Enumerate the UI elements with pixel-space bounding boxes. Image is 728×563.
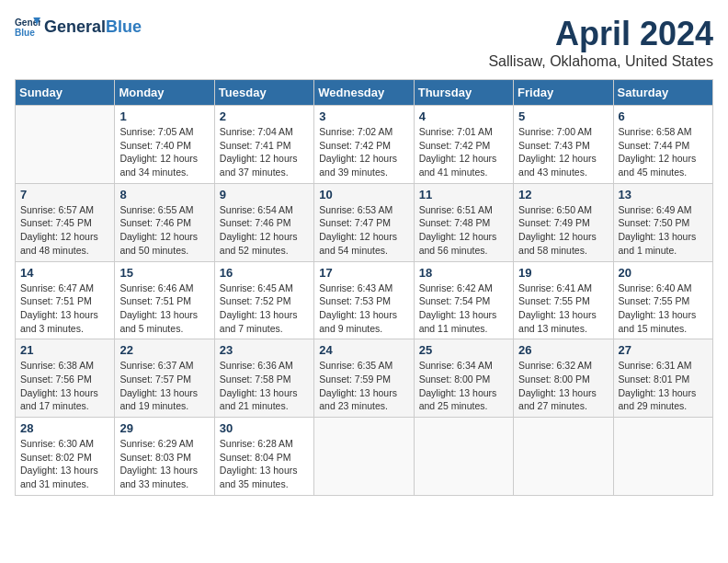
calendar-cell: 2Sunrise: 7:04 AMSunset: 7:41 PMDaylight…: [214, 106, 313, 184]
calendar-cell: 13Sunrise: 6:49 AMSunset: 7:50 PMDayligh…: [613, 183, 712, 261]
day-info: Sunrise: 6:35 AMSunset: 7:59 PMDaylight:…: [319, 359, 408, 413]
calendar-cell: 29Sunrise: 6:29 AMSunset: 8:03 PMDayligh…: [115, 418, 214, 496]
calendar-cell: [613, 418, 712, 496]
page-title: April 2024: [488, 15, 713, 53]
day-number: 13: [619, 188, 708, 201]
calendar-cell: 17Sunrise: 6:43 AMSunset: 7:53 PMDayligh…: [314, 261, 414, 339]
day-number: 22: [119, 343, 209, 357]
day-info: Sunrise: 7:04 AMSunset: 7:41 PMDaylight:…: [220, 125, 309, 179]
day-number: 10: [319, 188, 408, 201]
day-info: Sunrise: 6:49 AMSunset: 7:50 PMDaylight:…: [619, 203, 708, 258]
day-info: Sunrise: 6:45 AMSunset: 7:52 PMDaylight:…: [220, 282, 309, 336]
calendar-cell: [414, 418, 513, 496]
calendar-cell: 27Sunrise: 6:31 AMSunset: 8:01 PMDayligh…: [613, 339, 712, 418]
day-info: Sunrise: 6:42 AMSunset: 7:54 PMDaylight:…: [419, 282, 508, 336]
svg-text:Blue: Blue: [15, 28, 35, 38]
day-info: Sunrise: 7:00 AMSunset: 7:43 PMDaylight:…: [518, 125, 608, 179]
calendar-week-row: 21Sunrise: 6:38 AMSunset: 7:56 PMDayligh…: [16, 339, 713, 418]
day-number: 16: [220, 266, 309, 280]
title-block: April 2024 Sallisaw, Oklahoma, United St…: [488, 15, 713, 70]
calendar-cell: [314, 418, 414, 496]
day-number: 18: [419, 266, 508, 280]
calendar-cell: [16, 106, 115, 184]
day-number: 20: [619, 266, 708, 280]
day-info: Sunrise: 6:47 AMSunset: 7:51 PMDaylight:…: [20, 282, 109, 336]
calendar-cell: 14Sunrise: 6:47 AMSunset: 7:51 PMDayligh…: [16, 261, 115, 339]
calendar-cell: 4Sunrise: 7:01 AMSunset: 7:42 PMDaylight…: [414, 106, 513, 184]
day-info: Sunrise: 6:29 AMSunset: 8:03 PMDaylight:…: [119, 437, 209, 491]
day-info: Sunrise: 6:41 AMSunset: 7:55 PMDaylight:…: [518, 282, 608, 336]
day-number: 30: [220, 421, 309, 435]
day-info: Sunrise: 6:36 AMSunset: 7:58 PMDaylight:…: [220, 359, 309, 413]
day-info: Sunrise: 6:53 AMSunset: 7:47 PMDaylight:…: [319, 203, 408, 258]
calendar-cell: 21Sunrise: 6:38 AMSunset: 7:56 PMDayligh…: [16, 339, 115, 418]
day-number: 23: [220, 343, 309, 357]
day-number: 21: [20, 343, 109, 357]
calendar-cell: 20Sunrise: 6:40 AMSunset: 7:55 PMDayligh…: [613, 261, 712, 339]
day-info: Sunrise: 6:38 AMSunset: 7:56 PMDaylight:…: [20, 359, 109, 413]
day-info: Sunrise: 7:05 AMSunset: 7:40 PMDaylight:…: [119, 125, 209, 179]
day-info: Sunrise: 6:40 AMSunset: 7:55 PMDaylight:…: [619, 282, 708, 336]
day-number: 1: [119, 109, 209, 123]
calendar-header-friday: Friday: [514, 80, 613, 106]
calendar-week-row: 28Sunrise: 6:30 AMSunset: 8:02 PMDayligh…: [16, 418, 713, 496]
page-header: General Blue GeneralBlue April 2024 Sall…: [15, 15, 713, 70]
logo-text: GeneralBlue: [44, 18, 142, 37]
calendar-cell: 28Sunrise: 6:30 AMSunset: 8:02 PMDayligh…: [16, 418, 115, 496]
day-info: Sunrise: 6:54 AMSunset: 7:46 PMDaylight:…: [220, 203, 309, 258]
day-info: Sunrise: 6:55 AMSunset: 7:46 PMDaylight:…: [119, 203, 209, 258]
day-number: 19: [518, 266, 608, 280]
day-number: 28: [20, 421, 109, 435]
day-info: Sunrise: 6:58 AMSunset: 7:44 PMDaylight:…: [619, 125, 708, 179]
logo-icon: General Blue: [15, 15, 40, 40]
calendar-table: SundayMondayTuesdayWednesdayThursdayFrid…: [15, 79, 713, 496]
calendar-header-monday: Monday: [115, 80, 214, 106]
day-info: Sunrise: 6:28 AMSunset: 8:04 PMDaylight:…: [220, 437, 309, 491]
day-number: 4: [419, 109, 508, 123]
logo: General Blue GeneralBlue: [15, 15, 142, 40]
calendar-cell: 1Sunrise: 7:05 AMSunset: 7:40 PMDaylight…: [115, 106, 214, 184]
calendar-cell: 3Sunrise: 7:02 AMSunset: 7:42 PMDaylight…: [314, 106, 414, 184]
calendar-header-wednesday: Wednesday: [314, 80, 414, 106]
calendar-cell: 23Sunrise: 6:36 AMSunset: 7:58 PMDayligh…: [214, 339, 313, 418]
day-info: Sunrise: 6:30 AMSunset: 8:02 PMDaylight:…: [20, 437, 109, 491]
day-number: 25: [419, 343, 508, 357]
day-info: Sunrise: 6:51 AMSunset: 7:48 PMDaylight:…: [419, 203, 508, 258]
calendar-header-tuesday: Tuesday: [214, 80, 313, 106]
calendar-cell: 24Sunrise: 6:35 AMSunset: 7:59 PMDayligh…: [314, 339, 414, 418]
calendar-cell: 15Sunrise: 6:46 AMSunset: 7:51 PMDayligh…: [115, 261, 214, 339]
day-info: Sunrise: 6:46 AMSunset: 7:51 PMDaylight:…: [119, 282, 209, 336]
day-number: 17: [319, 266, 408, 280]
day-number: 14: [20, 266, 109, 280]
day-number: 29: [119, 421, 209, 435]
calendar-cell: 16Sunrise: 6:45 AMSunset: 7:52 PMDayligh…: [214, 261, 313, 339]
calendar-cell: 22Sunrise: 6:37 AMSunset: 7:57 PMDayligh…: [115, 339, 214, 418]
calendar-cell: 5Sunrise: 7:00 AMSunset: 7:43 PMDaylight…: [514, 106, 613, 184]
calendar-week-row: 7Sunrise: 6:57 AMSunset: 7:45 PMDaylight…: [16, 183, 713, 261]
calendar-header-row: SundayMondayTuesdayWednesdayThursdayFrid…: [16, 80, 713, 106]
page-subtitle: Sallisaw, Oklahoma, United States: [488, 53, 713, 70]
day-info: Sunrise: 6:37 AMSunset: 7:57 PMDaylight:…: [119, 359, 209, 413]
calendar-cell: 26Sunrise: 6:32 AMSunset: 8:00 PMDayligh…: [514, 339, 613, 418]
calendar-header-sunday: Sunday: [16, 80, 115, 106]
day-number: 5: [518, 109, 608, 123]
calendar-cell: 25Sunrise: 6:34 AMSunset: 8:00 PMDayligh…: [414, 339, 513, 418]
calendar-week-row: 14Sunrise: 6:47 AMSunset: 7:51 PMDayligh…: [16, 261, 713, 339]
calendar-week-row: 1Sunrise: 7:05 AMSunset: 7:40 PMDaylight…: [16, 106, 713, 184]
calendar-header-thursday: Thursday: [414, 80, 513, 106]
calendar-cell: 8Sunrise: 6:55 AMSunset: 7:46 PMDaylight…: [115, 183, 214, 261]
day-number: 2: [220, 109, 309, 123]
calendar-cell: 30Sunrise: 6:28 AMSunset: 8:04 PMDayligh…: [214, 418, 313, 496]
day-info: Sunrise: 7:01 AMSunset: 7:42 PMDaylight:…: [419, 125, 508, 179]
day-number: 12: [518, 188, 608, 201]
day-info: Sunrise: 6:34 AMSunset: 8:00 PMDaylight:…: [419, 359, 508, 413]
calendar-cell: 6Sunrise: 6:58 AMSunset: 7:44 PMDaylight…: [613, 106, 712, 184]
day-number: 7: [20, 188, 109, 201]
day-number: 3: [319, 109, 408, 123]
day-number: 6: [619, 109, 708, 123]
day-number: 8: [119, 188, 209, 201]
day-number: 24: [319, 343, 408, 357]
day-info: Sunrise: 6:57 AMSunset: 7:45 PMDaylight:…: [20, 203, 109, 258]
day-info: Sunrise: 6:50 AMSunset: 7:49 PMDaylight:…: [518, 203, 608, 258]
day-info: Sunrise: 6:43 AMSunset: 7:53 PMDaylight:…: [319, 282, 408, 336]
